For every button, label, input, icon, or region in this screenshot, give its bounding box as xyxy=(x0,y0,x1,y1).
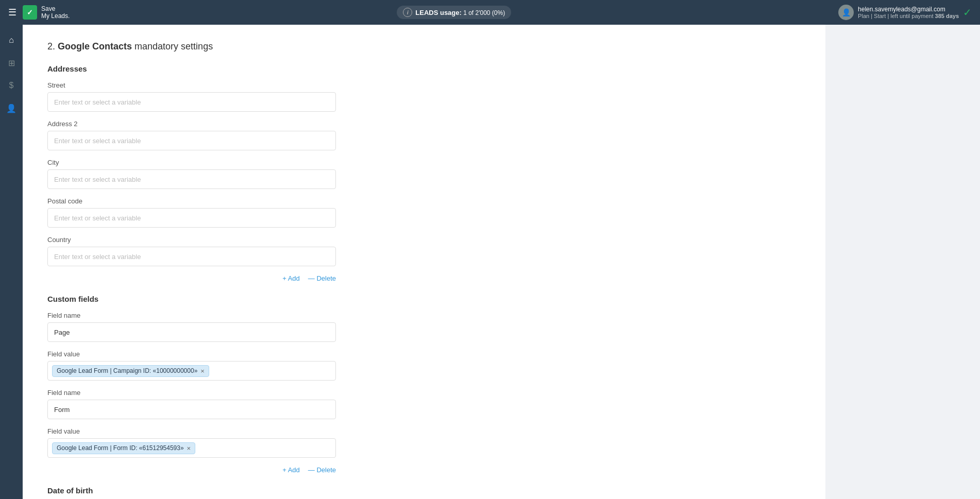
user-info: helen.savemyleads@gmail.com Plan | Start… xyxy=(858,6,959,19)
leads-usage-text: LEADS usage: 1 of 2'000 (0%) xyxy=(415,9,505,16)
right-panel xyxy=(825,25,980,499)
user-plan: Plan | Start | left until payment 385 da… xyxy=(858,13,959,19)
logo: ✓ Save My Leads. xyxy=(23,5,70,20)
custom-fields-actions: + Add — Delete xyxy=(47,466,336,474)
addresses-actions: + Add — Delete xyxy=(47,274,336,282)
sidebar-item-billing[interactable]: $ xyxy=(2,76,21,95)
topbar-center: i LEADS usage: 1 of 2'000 (0%) xyxy=(397,6,511,19)
sidebar: ⌂ ⊞ $ 👤 xyxy=(0,25,23,499)
address2-input[interactable] xyxy=(47,131,336,150)
custom-field-1-value-group: Field value Google Lead Form | Campaign … xyxy=(47,350,801,381)
custom-field-2-value-tag-field[interactable]: Google Lead Form | Form ID: «61512954593… xyxy=(47,438,336,458)
custom-field-1-name-group: Field name xyxy=(47,312,801,342)
custom-field-1-value-tag-field[interactable]: Google Lead Form | Campaign ID: «1000000… xyxy=(47,361,336,381)
sidebar-item-home[interactable]: ⌂ xyxy=(2,31,21,49)
logo-icon: ✓ xyxy=(23,5,37,20)
custom-fields-title: Custom fields xyxy=(47,295,801,303)
city-label: City xyxy=(47,159,801,166)
checkmark-icon: ✓ xyxy=(963,6,972,19)
street-field-group: Street xyxy=(47,81,801,112)
topbar: ☰ ✓ Save My Leads. i LEADS usage: 1 of 2… xyxy=(0,0,980,25)
custom-field-2-name-input[interactable] xyxy=(47,400,336,419)
custom-field-2-value-label: Field value xyxy=(47,427,801,435)
postal-code-label: Postal code xyxy=(47,197,801,205)
custom-fields-section: Custom fields Field name Field value Goo… xyxy=(47,295,801,474)
page-heading: 2. Google Contacts mandatory settings xyxy=(47,41,801,52)
topbar-right: 👤 helen.savemyleads@gmail.com Plan | Sta… xyxy=(838,5,972,20)
custom-field-2-name-label: Field name xyxy=(47,389,801,397)
tag-chip-2: Google Lead Form | Form ID: «61512954593… xyxy=(52,442,195,454)
topbar-left: ☰ ✓ Save My Leads. xyxy=(8,5,70,20)
city-input[interactable] xyxy=(47,169,336,189)
custom-field-1-name-label: Field name xyxy=(47,312,801,319)
tag-chip-1-remove[interactable]: × xyxy=(200,367,205,375)
logo-text: Save My Leads. xyxy=(41,5,70,20)
tag-chip-2-remove[interactable]: × xyxy=(187,444,191,452)
avatar: 👤 xyxy=(838,5,854,20)
addresses-section: Addresses Street Address 2 City Postal c… xyxy=(47,64,801,282)
address2-label: Address 2 xyxy=(47,120,801,128)
sidebar-item-account[interactable]: 👤 xyxy=(2,99,21,117)
custom-fields-delete-button[interactable]: — Delete xyxy=(308,466,336,474)
custom-field-2-value-group: Field value Google Lead Form | Form ID: … xyxy=(47,427,801,458)
user-email: helen.savemyleads@gmail.com xyxy=(858,6,959,13)
main-layout: ⌂ ⊞ $ 👤 2. Google Contacts mandatory set… xyxy=(0,25,980,499)
country-label: Country xyxy=(47,236,801,244)
info-icon: i xyxy=(403,8,412,17)
sidebar-item-integrations[interactable]: ⊞ xyxy=(2,54,21,72)
date-of-birth-section: Date of birth Date of birth xyxy=(47,486,801,499)
street-input[interactable] xyxy=(47,92,336,112)
date-of-birth-title: Date of birth xyxy=(47,486,801,495)
tag-chip-1: Google Lead Form | Campaign ID: «1000000… xyxy=(52,365,209,377)
addresses-title: Addresses xyxy=(47,64,801,73)
postal-code-field-group: Postal code xyxy=(47,197,801,228)
address2-field-group: Address 2 xyxy=(47,120,801,150)
custom-fields-add-button[interactable]: + Add xyxy=(282,466,300,474)
custom-field-1-name-input[interactable] xyxy=(47,322,336,342)
content-area: 2. Google Contacts mandatory settings Ad… xyxy=(23,25,825,499)
city-field-group: City xyxy=(47,159,801,189)
country-input[interactable] xyxy=(47,247,336,266)
addresses-delete-button[interactable]: — Delete xyxy=(308,274,336,282)
street-label: Street xyxy=(47,81,801,89)
addresses-add-button[interactable]: + Add xyxy=(282,274,300,282)
custom-field-2-name-group: Field name xyxy=(47,389,801,419)
leads-usage-badge: i LEADS usage: 1 of 2'000 (0%) xyxy=(397,6,511,19)
menu-icon[interactable]: ☰ xyxy=(8,7,16,18)
postal-code-input[interactable] xyxy=(47,208,336,228)
custom-field-1-value-label: Field value xyxy=(47,350,801,358)
country-field-group: Country xyxy=(47,236,801,266)
